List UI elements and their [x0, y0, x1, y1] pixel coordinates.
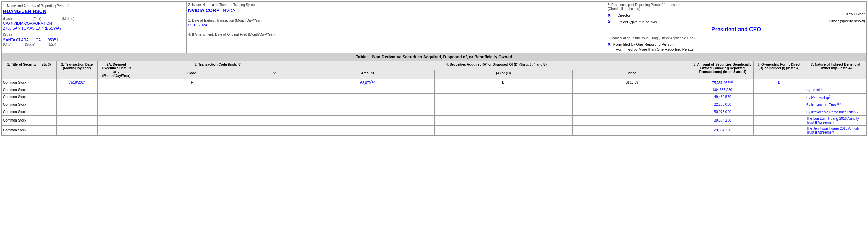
v-field	[248, 108, 301, 115]
price	[572, 115, 692, 125]
price	[572, 108, 692, 115]
amount-owned: 75,351,966(2)	[692, 79, 754, 86]
col4-header: 3. Transaction Code (Instr. 8)	[135, 61, 301, 70]
officer-label: Officer (give title below)	[618, 20, 657, 24]
company-line: C/O NVIDIA CORPORATION	[3, 21, 185, 25]
state-label: (State)	[25, 43, 35, 46]
deemed-date	[98, 101, 135, 108]
price	[572, 93, 692, 101]
filing-x: X	[608, 42, 611, 47]
trans-code	[135, 101, 248, 108]
section4-label: 4. If Amendment, Date of Original Filed …	[188, 33, 604, 36]
aod	[434, 101, 572, 108]
ownership-form: I	[754, 101, 805, 108]
trans-code	[135, 108, 248, 115]
amount-owned: 49,489,560	[692, 93, 754, 101]
ownership-form: I	[754, 125, 805, 135]
ownership-form: D	[754, 79, 805, 86]
section6-label: 6. Individual or Joint/Group Filing (Che…	[608, 36, 865, 40]
ownership-form: I	[754, 115, 805, 125]
col5-header: 4. Securities Acquired (A) or Disposed O…	[301, 61, 692, 70]
nature	[805, 79, 867, 86]
trans-code: F	[135, 79, 248, 86]
security-title: Common Stock	[2, 108, 57, 115]
pct-owner-label: 10% Owner	[790, 12, 865, 16]
ownership-form: I	[754, 86, 805, 93]
page: 1. Name and Address of Reporting Person*…	[0, 0, 868, 241]
deemed-date	[98, 93, 135, 101]
table-row: Common Stock50,078,000IBy Irrevocable Re…	[2, 108, 867, 115]
nature: By Partnership(4)	[805, 93, 867, 101]
security-title: Common Stock	[2, 86, 57, 93]
price: $115.59	[572, 79, 692, 86]
deemed-date	[98, 79, 135, 86]
trans-date	[57, 86, 98, 93]
v-field	[248, 115, 301, 125]
securities-table: 1. Title of Security (Instr. 3) 2. Trans…	[1, 61, 867, 136]
trans-date: 09/18/2024	[57, 79, 98, 86]
deemed-date	[98, 125, 135, 135]
col2-header: 2. Transaction Date (Month/Day/Year)	[57, 61, 98, 79]
col3-header: 2A. Deemed Execution Date, if any (Month…	[98, 61, 135, 79]
v-field	[248, 101, 301, 108]
amount	[301, 86, 434, 93]
amount-owned: 604,387,280	[692, 86, 754, 93]
trans-code	[135, 86, 248, 93]
trans-date-value: 09/18/2024	[188, 23, 604, 27]
aod	[434, 93, 572, 101]
nature: By Irrevocable Remainder Trust(6)	[805, 108, 867, 115]
director-x: X	[608, 13, 611, 18]
amount-owned: 50,078,000	[692, 108, 754, 115]
aod-subheader: (A) or (D)	[434, 70, 572, 79]
amount-subheader: Amount	[301, 70, 434, 79]
person-name: HUANG JEN HSUN	[3, 9, 185, 14]
v-field	[248, 125, 301, 135]
amount-owned: 29,684,280	[692, 115, 754, 125]
v-subheader: V	[248, 70, 301, 79]
security-title: Common Stock	[2, 115, 57, 125]
amount	[301, 115, 434, 125]
amount-owned: 22,280,000	[692, 101, 754, 108]
nature: By Trust(3)	[805, 86, 867, 93]
section5-label: 5. Relationship of Reporting Person(s) t…	[608, 3, 865, 7]
v-field	[248, 79, 301, 86]
amount	[301, 108, 434, 115]
issuer-bracket-open: [	[220, 8, 223, 13]
nature: By Irrevocable Trust(5)	[805, 101, 867, 108]
officer-x: X	[608, 19, 611, 24]
last-label: (Last)	[3, 17, 12, 21]
state-value: CA	[36, 38, 41, 42]
section5-sub: (Check all applicable)	[608, 7, 865, 11]
aod	[434, 108, 572, 115]
aod	[434, 125, 572, 135]
trans-code	[135, 93, 248, 101]
price	[572, 101, 692, 108]
ownership-form: I	[754, 108, 805, 115]
section2-label: 2. Issuer Name and Ticker or Trading Sym…	[188, 3, 604, 7]
security-title: Common Stock	[2, 93, 57, 101]
amount: 63,870(1)	[301, 79, 434, 86]
deemed-date	[98, 108, 135, 115]
security-title: Common Stock	[2, 101, 57, 108]
address-line: 2788 SAN TOMAS EXPRESSWAY	[3, 26, 185, 30]
nature: The Lori Lynn Huang 2016 Annuity Trust I…	[805, 115, 867, 125]
amount	[301, 93, 434, 101]
v-field	[248, 86, 301, 93]
col8-header: 7. Nature of Indirect Beneficial Ownersh…	[805, 61, 867, 79]
filing-more-label: Form filed by More than One Reporting Pe…	[616, 47, 694, 51]
street-label: (Street)	[3, 33, 14, 36]
zip-value: 95051	[48, 38, 58, 42]
aod	[434, 115, 572, 125]
trans-date	[57, 125, 98, 135]
table-title: Table I - Non-Derivative Securities Acqu…	[1, 53, 867, 61]
section1-label: 1. Name and Address of Reporting Person*	[3, 3, 185, 8]
trans-date	[57, 93, 98, 101]
city-value: SANTA CLARA	[3, 38, 29, 42]
col1-header: 1. Title of Security (Instr. 3)	[2, 61, 57, 79]
middle-label: (Middle)	[62, 17, 74, 21]
aod	[434, 86, 572, 93]
table-row: Common Stock22,280,000IBy Irrevocable Tr…	[2, 101, 867, 108]
amount	[301, 125, 434, 135]
price	[572, 86, 692, 93]
table-row: Common Stock49,489,560IBy Partnership(4)	[2, 93, 867, 101]
